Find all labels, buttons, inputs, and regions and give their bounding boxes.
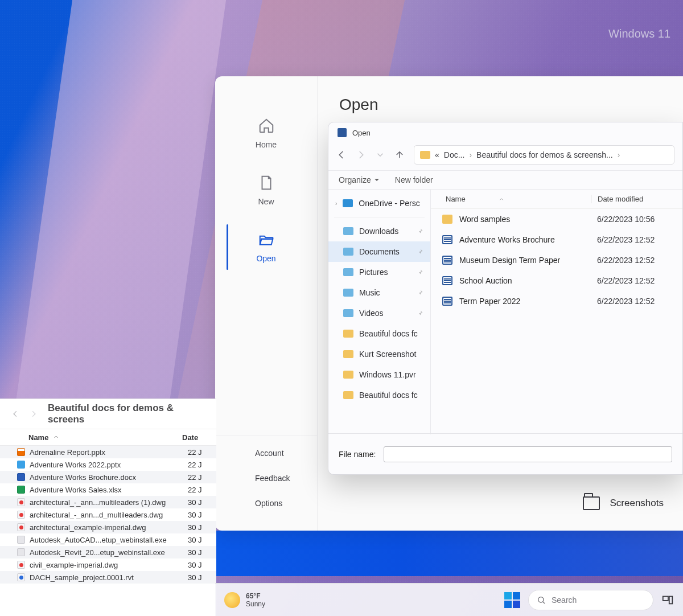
- task-view-button[interactable]: [661, 594, 674, 606]
- sidebar-item-onedrive[interactable]: › OneDrive - Persc: [328, 193, 430, 213]
- filename-input[interactable]: [384, 446, 672, 462]
- sidebar-label: Kurt Screenshot: [359, 350, 416, 359]
- filename-label: File name:: [339, 450, 376, 459]
- file-date: 30 J: [188, 523, 211, 532]
- file-name: Autodesk_AutoCAD...etup_webinstall.exe: [30, 536, 188, 544]
- sidebar-label: Home: [256, 140, 277, 149]
- column-date[interactable]: Date: [182, 433, 205, 442]
- back-button[interactable]: [336, 150, 347, 160]
- open-file-dialog: Open « Doc... › Beautiful docs for demos…: [328, 122, 683, 475]
- breadcrumb-ellipsis: «: [435, 150, 439, 159]
- videos-icon: [343, 309, 353, 317]
- dialog-title: Open: [352, 129, 371, 137]
- forward-button[interactable]: [356, 150, 366, 160]
- word-icon: [338, 128, 347, 137]
- file-row[interactable]: architectural_-_ann...multileaders (1).d…: [0, 496, 216, 508]
- file-row[interactable]: Word samples6/22/2023 10:56: [431, 209, 682, 229]
- chevron-right-icon: ›: [469, 150, 472, 159]
- sidebar-item-pictures[interactable]: Pictures: [328, 262, 430, 282]
- sidebar-item-downloads[interactable]: Downloads: [328, 221, 430, 241]
- file-row[interactable]: civil_example-imperial.dwg30 J: [0, 558, 216, 571]
- up-button[interactable]: [394, 150, 405, 160]
- options-link[interactable]: Options: [215, 491, 318, 516]
- sidebar-item-folder[interactable]: Beautiful docs fc: [328, 323, 430, 344]
- screenshots-folder[interactable]: Screenshots: [563, 476, 684, 531]
- new-folder-button[interactable]: New folder: [395, 175, 433, 184]
- file-row[interactable]: DACH_sample_project.0001.rvt30 J: [0, 571, 216, 584]
- chevron-right-icon: ›: [618, 150, 620, 159]
- organize-dropdown[interactable]: Organize: [339, 175, 379, 184]
- sidebar-label: Open: [256, 254, 275, 263]
- file-row[interactable]: architectural_example-imperial.dwg30 J: [0, 521, 216, 533]
- screenshots-label: Screenshots: [610, 498, 664, 509]
- weather-widget[interactable]: 65°F Sunny: [224, 592, 265, 608]
- column-name[interactable]: Name: [28, 433, 48, 442]
- sidebar-item-open[interactable]: Open: [215, 219, 317, 276]
- file-row[interactable]: Autodesk_AutoCAD...etup_webinstall.exe30…: [0, 533, 216, 546]
- file-date: 22 J: [188, 448, 211, 457]
- file-date: 30 J: [188, 498, 211, 507]
- sidebar-label: Pictures: [359, 268, 388, 277]
- search-icon: [537, 596, 546, 605]
- sidebar-label: Videos: [359, 309, 384, 318]
- file-row[interactable]: Adventure Works 2022.pptx22 J: [0, 458, 216, 471]
- temperature: 65°F: [246, 592, 265, 600]
- taskbar-search[interactable]: Search: [528, 590, 653, 610]
- search-placeholder: Search: [552, 596, 577, 605]
- sidebar-item-documents[interactable]: Documents: [328, 241, 430, 262]
- file-date: 30 J: [188, 561, 211, 569]
- sort-caret-icon: [53, 434, 59, 440]
- svg-rect-1: [663, 596, 668, 600]
- sidebar-item-folder[interactable]: Beautiful docs fc: [328, 385, 430, 405]
- sidebar-item-videos[interactable]: Videos: [328, 303, 430, 323]
- file-row[interactable]: Term Paper 20226/22/2023 12:52: [431, 291, 682, 311]
- sidebar-item-folder[interactable]: Kurt Screenshot: [328, 344, 430, 364]
- exe-icon: [17, 548, 25, 556]
- feedback-link[interactable]: Feedback: [215, 466, 318, 491]
- folder-icon: [583, 496, 600, 510]
- file-date: 30 J: [188, 511, 211, 519]
- recent-dropdown[interactable]: [375, 150, 385, 160]
- column-name[interactable]: Name: [446, 195, 466, 203]
- back-button[interactable]: [11, 410, 19, 418]
- sort-caret-icon: [499, 196, 504, 202]
- finder-window: Beautiful docs for demos & screens Name …: [0, 399, 216, 616]
- file-row[interactable]: Adventure Works Sales.xlsx22 J: [0, 483, 216, 496]
- start-button[interactable]: [504, 592, 520, 608]
- file-row[interactable]: Adventure Works Brochure6/22/2023 12:52: [431, 229, 682, 250]
- docx-icon: [442, 276, 452, 285]
- file-name: civil_example-imperial.dwg: [30, 561, 188, 569]
- sidebar-label: Documents: [359, 247, 400, 256]
- file-row[interactable]: School Auction6/22/2023 12:52: [431, 270, 682, 291]
- file-name: Term Paper 2022: [459, 297, 520, 306]
- file-name: architectural_example-imperial.dwg: [30, 523, 188, 532]
- page-title: Open: [339, 96, 378, 114]
- column-date[interactable]: Date modified: [591, 195, 682, 203]
- sidebar-item-music[interactable]: Music: [328, 282, 430, 303]
- pin-icon: [417, 228, 423, 235]
- file-row[interactable]: Museum Design Term Paper6/22/2023 12:52: [431, 250, 682, 270]
- breadcrumb-part[interactable]: Doc...: [444, 150, 465, 159]
- file-date: 22 J: [188, 461, 211, 469]
- folder-icon: [343, 350, 353, 358]
- sidebar-item-folder[interactable]: Windows 11.pvr: [328, 364, 430, 385]
- sidebar-label: New: [258, 197, 274, 206]
- taskbar: 65°F Sunny Search: [215, 583, 683, 616]
- file-row[interactable]: architectural_-_ann...d_multileaders.dwg…: [0, 508, 216, 521]
- home-icon: [257, 117, 276, 134]
- exe-icon: [17, 536, 25, 544]
- file-row[interactable]: Adventure Works Brochure.docx22 J: [0, 471, 216, 483]
- forward-button[interactable]: [30, 410, 38, 418]
- file-row[interactable]: Autodesk_Revit_20...etup_webinstall.exe3…: [0, 546, 216, 558]
- dwg-icon: [17, 498, 25, 506]
- sidebar-item-home[interactable]: Home: [215, 105, 317, 162]
- dialog-titlebar: Open: [328, 122, 682, 143]
- sidebar-item-new[interactable]: New: [215, 162, 317, 219]
- file-row[interactable]: Adrenaline Report.pptx22 J: [0, 446, 216, 458]
- ppt-icon: [17, 448, 25, 456]
- pin-icon: [417, 289, 423, 296]
- account-link[interactable]: Account: [215, 441, 318, 466]
- column-headers: Name Date modified: [431, 190, 682, 209]
- breadcrumb-part[interactable]: Beautiful docs for demos & screensh...: [476, 150, 613, 159]
- breadcrumb[interactable]: « Doc... › Beautiful docs for demos & sc…: [414, 145, 674, 165]
